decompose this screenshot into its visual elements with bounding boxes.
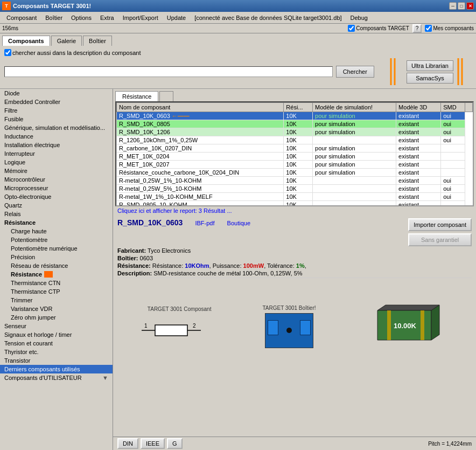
sidebar-item-diode[interactable]: Diode	[0, 89, 113, 98]
sidebar-item-derniers[interactable]: Derniers composants utilisés	[0, 365, 113, 373]
cell-name: R-metal_0,25W_5%_10-KOHM	[117, 185, 284, 193]
sidebar-item-installation[interactable]: Installation électrique	[0, 141, 113, 149]
table-row[interactable]: R_MET_10K_0204 10K pour simulation exist…	[117, 153, 473, 161]
sidebar-item-microprocesseur[interactable]: Microprocesseur	[0, 184, 113, 192]
footprint-image	[265, 313, 313, 348]
preview-area: TARGET 3001 Composant 1	[117, 278, 472, 375]
result-tab-resistance[interactable]: Résistance	[115, 91, 158, 101]
table-row[interactable]: R_1206_10kOhm_1%_0,25W 10K existant oui	[117, 136, 473, 144]
window-controls: ─ □ ✕	[449, 2, 474, 10]
ieee-button[interactable]: IEEE	[141, 438, 165, 449]
sidebar-item-reseau[interactable]: Réseau de résistance	[0, 261, 113, 270]
show-report-link[interactable]: Cliquez ici et afficher le report: 3 Rés…	[113, 206, 476, 215]
din-button[interactable]: DIN	[117, 438, 138, 449]
boutique-link[interactable]: Boutique	[227, 220, 250, 226]
table-row[interactable]: R_SMD_0805_10_KOHM 10K existant	[117, 201, 473, 207]
import-component-button[interactable]: Importer composant	[408, 218, 472, 231]
sidebar-item-senseur[interactable]: Senseur	[0, 322, 113, 330]
menu-update[interactable]: Update	[163, 13, 190, 22]
sidebar-item-signaux[interactable]: Signaux et horloge / timer	[0, 330, 113, 339]
cell-3d: existant	[396, 185, 441, 193]
menu-options[interactable]: Options	[67, 13, 96, 22]
ultra-librarian-button[interactable]: Ultra Librarian	[407, 60, 453, 71]
menu-extra[interactable]: Extra	[96, 13, 118, 22]
g-button[interactable]: G	[167, 438, 183, 449]
col-header-resi[interactable]: Rési...	[284, 103, 313, 112]
svg-marker-12	[387, 310, 391, 340]
sidebar-item-interrupteur[interactable]: Interrupteur	[0, 149, 113, 158]
cell-smd: oui	[441, 136, 465, 144]
search-description-checkbox[interactable]: chercher aussi dans la description du co…	[4, 49, 472, 56]
sidebar-item-memoire[interactable]: Mémoire	[0, 167, 113, 175]
sidebar-item-relais[interactable]: Relais	[0, 210, 113, 218]
col-header-sim[interactable]: Modèle de simulation!	[313, 103, 396, 112]
table-row[interactable]: R_MET_10K_0207 10K pour simulation exist…	[117, 161, 473, 169]
close-button[interactable]: ✕	[466, 2, 474, 10]
sidebar-item-quartz[interactable]: Quartz	[0, 201, 113, 210]
sidebar-item-inductance[interactable]: Inductance	[0, 132, 113, 141]
app-icon: T	[2, 2, 11, 10]
search-button[interactable]: Chercher	[336, 66, 374, 78]
sidebar-item-charge-haute[interactable]: Charge haute	[0, 227, 113, 236]
col-header-smd[interactable]: SMD	[441, 103, 465, 112]
samac-sys-button[interactable]: SamacSys	[407, 73, 453, 84]
tab-galerie[interactable]: Galerie	[51, 36, 82, 46]
sidebar-item-opto[interactable]: Opto-électronique	[0, 192, 113, 201]
sidebar-item-resistance-selected[interactable]: Résistance	[0, 270, 113, 279]
sidebar-item-thyristor[interactable]: Thyristor etc.	[0, 348, 113, 356]
table-row[interactable]: R_SMD_10K_0603 ←—— 10K pour simulation e…	[117, 112, 473, 120]
schematic-label: TARGET 3001 Composant	[148, 306, 212, 312]
table-row[interactable]: Résistance_couche_carbone_10K_0204_DIN 1…	[117, 169, 473, 177]
titlebar: T Composants TARGET 3001! ─ □ ✕	[0, 0, 476, 12]
svg-text:2: 2	[193, 323, 196, 329]
table-row[interactable]: R_SMD_10K_0805 10K pour simulation exist…	[117, 120, 473, 128]
minimize-button[interactable]: ─	[449, 2, 457, 10]
table-row[interactable]: R-metal_0,25W_5%_10-KOHM 10K existant ou…	[117, 185, 473, 193]
sidebar-item-logique[interactable]: Logique	[0, 158, 113, 167]
search-input[interactable]	[4, 66, 333, 77]
sidebar-item-resistance-cat[interactable]: Résistance	[0, 218, 113, 227]
table-row[interactable]: R_carbone_10K_0207_DIN 10K pour simulati…	[117, 144, 473, 153]
menu-import-export[interactable]: Import/Export	[118, 13, 163, 22]
bottom-toolbar: DIN IEEE G Pitch = 1,4224mm	[113, 437, 476, 450]
sidebar-item-trimmer[interactable]: Trimmer	[0, 296, 113, 304]
help-button[interactable]: ?	[412, 24, 422, 33]
pitch-label: Pitch = 1,4224mm	[428, 441, 472, 447]
sidebar-item-microcontroleur[interactable]: Microcontrôleur	[0, 175, 113, 184]
composants-target-checkbox[interactable]: Composants TARGET	[348, 25, 409, 32]
sidebar-item-varistance[interactable]: Varistance VDR	[0, 304, 113, 313]
table-row[interactable]: R-metal_1W_1%_10-KOHM_MELF 10K existant …	[117, 193, 473, 201]
col-header-name[interactable]: Nom de composant	[117, 103, 284, 112]
sidebar-item-potentiometre[interactable]: Potentiomètre	[0, 236, 113, 244]
tab-boitier[interactable]: Boîtier	[83, 36, 112, 46]
sidebar-item-filtre[interactable]: Filtre	[0, 106, 113, 115]
sidebar-item-thermistance-ctn[interactable]: Thermistance CTN	[0, 279, 113, 287]
sidebar-item-generique[interactable]: Générique, simulation et modélisatio...	[0, 123, 113, 132]
sidebar-item-embedded[interactable]: Embedded Controller	[0, 98, 113, 106]
ibf-pdf-link[interactable]: IBF-pdf	[195, 220, 214, 226]
footprint-preview: TARGET 3001 Boîtier!	[262, 305, 316, 348]
sidebar-item-transistor[interactable]: Transistor	[0, 356, 113, 365]
sidebar-item-thermistance-ctp[interactable]: Thermistance CTP	[0, 287, 113, 296]
stripe-decoration-1	[388, 58, 404, 85]
sidebar-item-potentiometre-num[interactable]: Potentiomètre numérique	[0, 244, 113, 253]
table-row[interactable]: R-metal_0,25W_1%_10-KOHM 10K existant ou…	[117, 177, 473, 185]
sidebar-item-precision[interactable]: Précision	[0, 253, 113, 261]
sidebar-item-utilisateur[interactable]: Composants d'UTILISATEUR ▼	[0, 373, 113, 382]
sidebar-item-fusible[interactable]: Fusible	[0, 115, 113, 123]
sidebar-item-zero-ohm[interactable]: Zéro ohm jumper	[0, 313, 113, 322]
col-header-3d[interactable]: Modèle 3D	[396, 103, 441, 112]
search-area: chercher aussi dans la description du co…	[0, 46, 476, 89]
table-row[interactable]: R_SMD_10K_1206 10K pour simulation exist…	[117, 128, 473, 136]
cell-smd	[441, 144, 465, 153]
sans-garantiel-button[interactable]: Sans garantiel	[408, 233, 472, 246]
sidebar-item-tension[interactable]: Tension et courant	[0, 339, 113, 348]
svg-marker-9	[377, 305, 439, 310]
menu-composant[interactable]: Composant	[2, 13, 41, 22]
mes-composants-checkbox[interactable]: Mes composants	[425, 25, 474, 32]
tab-composants[interactable]: Composants	[2, 36, 50, 46]
maximize-button[interactable]: □	[458, 2, 465, 10]
result-tab-2[interactable]	[159, 91, 173, 101]
menu-boitier[interactable]: Boîtier	[41, 13, 67, 22]
menu-debug[interactable]: Debug	[346, 13, 372, 22]
